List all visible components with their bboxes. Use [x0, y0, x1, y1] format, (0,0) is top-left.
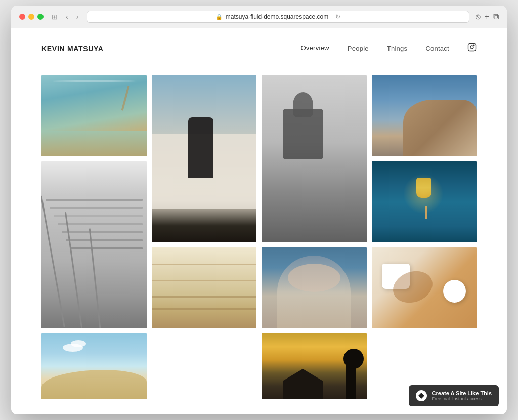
browser-controls: ⊞ ‹ ›	[50, 12, 80, 22]
photo-jump[interactable]	[152, 75, 257, 242]
forward-button[interactable]: ›	[74, 12, 81, 22]
badge-text: Create A Site Like This Free trial. Inst…	[432, 390, 492, 401]
site-logo: KEVIN MATSUYA	[41, 45, 104, 53]
photo-sand-sky[interactable]	[41, 333, 147, 399]
share-button[interactable]: ⎋	[476, 12, 481, 21]
svg-point-1	[470, 46, 473, 49]
sidebar-toggle-button[interactable]: ⊞	[50, 12, 60, 22]
browser-actions: ⎋ + ⧉	[476, 12, 499, 21]
minimize-button[interactable]	[28, 14, 34, 20]
nav-overview[interactable]: Overview	[300, 44, 329, 53]
grid-wrapper: Create A Site Like This Free trial. Inst…	[11, 65, 507, 414]
instagram-icon[interactable]	[467, 43, 477, 54]
browser-chrome: ⊞ ‹ › 🔒 matsuya-fluid-demo.squarespace.c…	[11, 6, 507, 28]
address-bar[interactable]: 🔒 matsuya-fluid-demo.squarespace.com ↻	[87, 11, 469, 23]
photo-lamp[interactable]	[372, 161, 477, 242]
photo-beach[interactable]	[41, 75, 147, 156]
squarespace-logo-icon	[416, 390, 427, 401]
svg-rect-0	[468, 44, 476, 51]
photo-woman[interactable]	[262, 247, 367, 328]
traffic-lights	[19, 14, 44, 20]
badge-title: Create A Site Like This	[432, 390, 492, 396]
badge-subtitle: Free trial. Instant access.	[432, 396, 492, 401]
nav-contact[interactable]: Contact	[425, 45, 449, 52]
back-button[interactable]: ‹	[64, 12, 70, 22]
lock-icon: 🔒	[215, 14, 223, 20]
close-button[interactable]	[19, 14, 25, 20]
maximize-button[interactable]	[37, 14, 44, 20]
photo-coffee[interactable]	[372, 247, 477, 328]
reload-icon: ↻	[335, 13, 340, 20]
photo-grid	[11, 65, 507, 414]
site-header: KEVIN MATSUYA Overview People Things Con…	[11, 28, 507, 65]
photo-bleachers[interactable]	[41, 161, 147, 328]
browser-window: ⊞ ‹ › 🔒 matsuya-fluid-demo.squarespace.c…	[11, 6, 507, 414]
photo-cliff[interactable]	[372, 75, 477, 156]
photo-water-person[interactable]	[262, 75, 367, 242]
tabs-button[interactable]: ⧉	[493, 12, 499, 21]
svg-point-2	[473, 45, 474, 46]
photo-house-sunset[interactable]	[262, 333, 367, 399]
url-text: matsuya-fluid-demo.squarespace.com	[226, 13, 328, 20]
new-tab-button[interactable]: +	[485, 12, 489, 21]
nav-people[interactable]: People	[348, 45, 369, 52]
photo-terrace[interactable]	[152, 247, 257, 328]
squarespace-badge[interactable]: Create A Site Like This Free trial. Inst…	[409, 385, 499, 406]
site-nav: Overview People Things Contact	[300, 43, 477, 54]
nav-things[interactable]: Things	[387, 45, 408, 52]
site-content: KEVIN MATSUYA Overview People Things Con…	[11, 28, 507, 414]
